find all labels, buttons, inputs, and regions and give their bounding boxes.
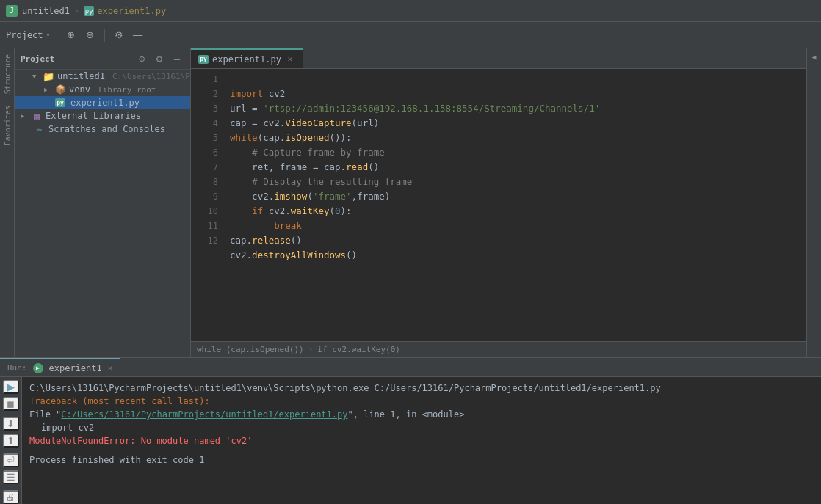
- file-tree-panel: Project ⊕ ⚙ — ▼ 📁 untitled1 C:\Users\131…: [15, 48, 191, 357]
- tab-close-btn[interactable]: ✕: [285, 54, 295, 65]
- run-wrap-btn[interactable]: ⏎: [3, 453, 19, 467]
- tree-minimize-btn[interactable]: —: [170, 51, 184, 66]
- toolbar-settings-btn[interactable]: ⚙: [111, 27, 127, 43]
- run-exit-line: Process finished with exit code 1: [29, 453, 814, 467]
- tree-label-experient1: experient1.py: [70, 98, 140, 108]
- run-command-line: C:\Users\13161\PycharmProjects\untitled1…: [29, 381, 814, 395]
- run-tabs: Run: ▶ experient1 ✕: [0, 358, 821, 377]
- tree-label-venv: venv: [69, 84, 90, 95]
- code-content[interactable]: import cv2 url = 'rtsp://admin:123456@19…: [224, 69, 806, 341]
- file-tree-actions: ⊕ ⚙ —: [134, 51, 184, 66]
- run-import-line: import cv2: [29, 421, 814, 434]
- title-bar-left: J untitled1 › py experient1.py: [6, 5, 166, 17]
- run-stop-btn[interactable]: ◼: [3, 397, 19, 411]
- file-tree-title: Project: [21, 54, 54, 64]
- py-file-icon: py: [54, 98, 66, 108]
- title-sep: ›: [74, 6, 79, 16]
- tab-file-icon: py: [198, 55, 209, 64]
- run-tab-label[interactable]: Run: ▶ experient1 ✕: [0, 358, 120, 376]
- breadcrumb-if[interactable]: if cv2.waitKey(0): [317, 345, 400, 354]
- main-toolbar: Project ▾ ⊕ ⊖ ⚙ —: [0, 22, 821, 48]
- run-traceback-line: Traceback (most recent call last):: [29, 395, 814, 408]
- line-numbers: 1 2 3 4 5 6 7 8 9 10 11 12: [191, 69, 224, 341]
- run-scroll-to-end-btn[interactable]: ⬇: [3, 417, 19, 431]
- structure-tab[interactable]: Structure: [0, 48, 14, 100]
- title-file-icon: py: [84, 6, 94, 16]
- run-file-link[interactable]: C:/Users/13161/PycharmProjects/untitled1…: [61, 409, 347, 420]
- breadcrumb-arrow-1: ›: [308, 345, 314, 354]
- run-play-btn[interactable]: ▶: [3, 380, 19, 394]
- tree-arrow-external: ▶: [21, 112, 28, 120]
- toolbar-separator-2: [104, 29, 105, 42]
- tree-extra-venv: library root: [98, 85, 156, 95]
- favorites-tab[interactable]: Favorites: [0, 100, 14, 151]
- editor-area: py experient1.py ✕ 1 2 3 4 5 6 7 8 9 10 …: [191, 48, 806, 357]
- tree-item-venv[interactable]: ▶ 📦 venv library root: [15, 83, 190, 96]
- tree-arrow-untitled1: ▼: [32, 73, 40, 80]
- project-dropdown-arrow: ▾: [46, 31, 51, 39]
- tree-item-external[interactable]: ▶ ▦ External Libraries: [15, 109, 190, 123]
- run-scroll-up-btn[interactable]: ⬆: [3, 434, 19, 448]
- run-icon: ▶: [33, 363, 43, 373]
- bottom-panel: Run: ▶ experient1 ✕ ▶ ◼ ⬇ ⬆ ⏎ ☰ 🖨 🗑 C:\U…: [0, 357, 821, 504]
- run-settings-btn[interactable]: 🖨: [3, 490, 19, 504]
- tree-label-external: External Libraries: [46, 111, 141, 121]
- main-content: Structure Favorites Project ⊕ ⚙ — ▼ 📁 un…: [0, 48, 821, 357]
- editor-breadcrumb: while (cap.isOpened()) › if cv2.waitKey(…: [191, 341, 806, 357]
- title-file: py experient1.py: [84, 6, 166, 16]
- title-file-name: experient1.py: [97, 6, 166, 16]
- tree-arrow-venv: ▶: [44, 86, 51, 93]
- file-tree-header: Project ⊕ ⚙ —: [15, 48, 190, 70]
- external-libs-icon: ▦: [31, 111, 43, 121]
- toolbar-close-panel-btn[interactable]: —: [130, 27, 146, 43]
- vertical-side-tabs: Structure Favorites: [0, 48, 15, 357]
- tree-label-scratches: Scratches and Consoles: [48, 124, 165, 134]
- tab-label: experient1.py: [212, 54, 281, 65]
- tree-item-untitled1[interactable]: ▼ 📁 untitled1 C:\Users\13161\PycharmProj…: [15, 70, 190, 83]
- tree-item-experient1[interactable]: py experient1.py: [15, 96, 190, 109]
- run-filter-btn[interactable]: ☰: [3, 470, 19, 484]
- toolbar-collapse-btn[interactable]: ⊖: [82, 27, 98, 43]
- project-label: Project: [6, 30, 43, 40]
- run-sidebar-buttons: ▶ ◼ ⬇ ⬆ ⏎ ☰ 🖨 🗑: [0, 377, 22, 504]
- run-label-text: Run:: [7, 363, 27, 373]
- code-editor[interactable]: 1 2 3 4 5 6 7 8 9 10 11 12 import cv2 ur…: [191, 69, 806, 341]
- right-sidebar: ▶: [806, 48, 821, 357]
- venv-icon: 📦: [54, 84, 66, 95]
- editor-tabs: py experient1.py ✕: [191, 48, 806, 69]
- breadcrumb-while[interactable]: while (cap.isOpened()): [197, 345, 304, 354]
- title-bar: J untitled1 › py experient1.py: [0, 0, 821, 22]
- run-content: ▶ ◼ ⬇ ⬆ ⏎ ☰ 🖨 🗑 C:\Users\13161\PycharmPr…: [0, 377, 821, 504]
- tree-gear-btn[interactable]: ⚙: [152, 51, 167, 66]
- tree-label-untitled1: untitled1: [57, 71, 105, 81]
- run-file-ref-line: File "C:/Users/13161/PycharmProjects/unt…: [29, 408, 814, 421]
- right-sidebar-label[interactable]: ▶: [809, 51, 820, 65]
- scratches-icon: ✏: [34, 124, 46, 134]
- tree-item-scratches[interactable]: ✏ Scratches and Consoles: [15, 123, 190, 136]
- app-icon: J: [6, 5, 18, 17]
- toolbar-separator-1: [57, 29, 57, 42]
- tree-add-btn[interactable]: ⊕: [134, 51, 149, 66]
- run-tab-close[interactable]: ✕: [108, 363, 113, 373]
- run-output: C:\Users\13161\PycharmProjects\untitled1…: [22, 377, 821, 504]
- tab-experient1[interactable]: py experient1.py ✕: [191, 48, 303, 68]
- run-tab-name: experient1: [49, 363, 102, 373]
- folder-icon-untitled1: 📁: [43, 71, 54, 81]
- toolbar-expand-btn[interactable]: ⊕: [63, 27, 79, 43]
- run-error-line: ModuleNotFoundError: No module named 'cv…: [29, 434, 814, 448]
- app-title: untitled1: [22, 6, 70, 16]
